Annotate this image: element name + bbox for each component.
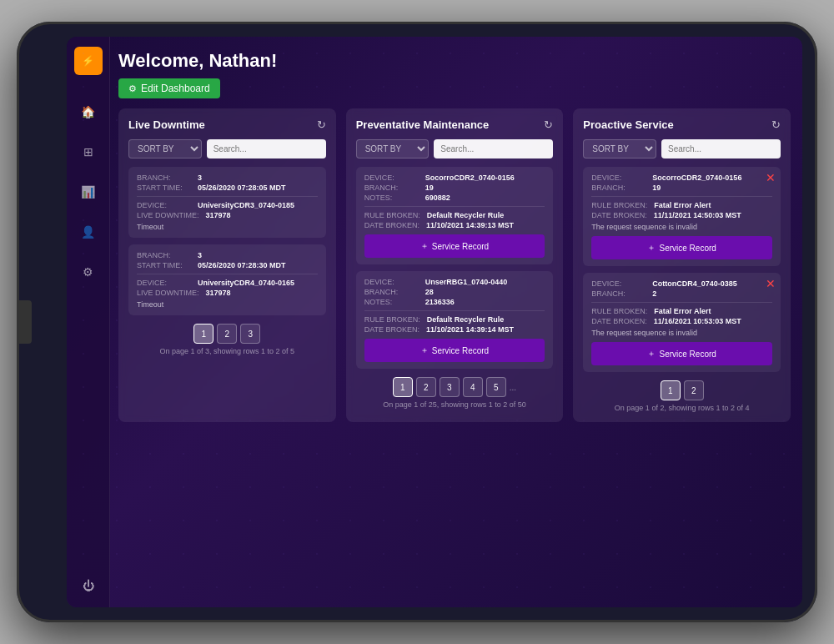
sidebar-item-settings[interactable]: ⚙ <box>77 260 100 284</box>
pm-notes-label-2: NOTES: <box>364 298 419 306</box>
ps-close-icon-2[interactable]: ✕ <box>766 278 776 289</box>
ps-title: Proactive Service <box>583 118 673 131</box>
power-button[interactable] <box>17 300 32 344</box>
pm-device-value-2: UnserRBG1_0740-0440 <box>425 278 508 286</box>
ps-rule-label-2: RULE BROKEN: <box>591 307 647 315</box>
tablet-frame: ⚡ 🏠 ⊞ 📊 👤 ⚙ ⏻ Welcome, Nathan! Edit Dash… <box>17 22 817 622</box>
pm-device-label-1: DEVICE: <box>364 174 419 182</box>
ps-note-2: The request sequence is invalid <box>591 329 772 337</box>
sidebar: ⚡ 🏠 ⊞ 📊 👤 ⚙ ⏻ <box>67 37 110 607</box>
live-downtime-header: Live Downtime ↻ <box>128 118 326 131</box>
plus-icon-1: ＋ <box>420 240 429 252</box>
tablet-screen: ⚡ 🏠 ⊞ 📊 👤 ⚙ ⏻ Welcome, Nathan! Edit Dash… <box>67 37 802 607</box>
live-downtime-label-2: LIVE DOWNTIME: <box>137 289 199 297</box>
pm-branch-value-1: 19 <box>425 184 434 192</box>
pm-date-value-2: 11/10/2021 14:39:14 MST <box>426 325 514 334</box>
device-label-1: DEVICE: <box>137 201 191 209</box>
welcome-section: Welcome, Nathan! Edit Dashboard <box>118 50 791 98</box>
live-downtime-search-input[interactable] <box>207 139 326 158</box>
ps-search-input[interactable] <box>661 139 781 158</box>
pm-date-label-1: DATE BROKEN: <box>364 221 420 229</box>
pm-search-input[interactable] <box>434 139 553 158</box>
pm-title: Preventative Maintenance <box>356 118 490 131</box>
pm-page-btn-2[interactable]: 2 <box>416 377 436 397</box>
ps-device-value-1: SocorroCDR2_0740-0156 <box>652 174 741 182</box>
branch-label-2: BRANCH: <box>137 251 191 259</box>
ps-plus-icon-2: ＋ <box>647 348 656 360</box>
ps-rule-value-2: Fatal Error Alert <box>654 307 711 315</box>
pm-page-info: On page 1 of 25, showing rows 1 to 2 of … <box>356 400 554 409</box>
ps-date-label-1: DATE BROKEN: <box>591 211 646 219</box>
sidebar-item-user[interactable]: 👤 <box>77 220 100 244</box>
ps-page-info: On page 1 of 2, showing rows 1 to 2 of 4 <box>583 404 781 412</box>
ps-pagination: 1 2 <box>583 380 781 400</box>
ps-branch-label-2: BRANCH: <box>591 289 646 298</box>
pm-branch-label-1: BRANCH: <box>364 184 419 192</box>
pm-service-btn-2[interactable]: ＋ Service Record <box>364 339 545 362</box>
branch-label-1: BRANCH: <box>137 174 191 182</box>
start-time-label-2: START TIME: <box>137 261 191 269</box>
live-downtime-label-1: LIVE DOWNTIME: <box>137 211 199 219</box>
pm-rule-label-2: RULE BROKEN: <box>364 315 420 324</box>
ps-page-btn-1[interactable]: 1 <box>661 380 681 400</box>
pm-service-btn-1[interactable]: ＋ Service Record <box>364 234 545 258</box>
plus-icon-2: ＋ <box>420 345 429 356</box>
pm-record-2: DEVICE: UnserRBG1_0740-0440 BRANCH: 28 N… <box>356 271 554 369</box>
pm-branch-value-2: 28 <box>425 288 434 296</box>
ps-rule-label-1: RULE BROKEN: <box>591 201 647 209</box>
pm-date-value-1: 11/10/2021 14:39:13 MST <box>426 221 514 229</box>
pm-refresh-icon[interactable]: ↻ <box>544 118 553 131</box>
sidebar-item-grid[interactable]: ⊞ <box>77 140 100 164</box>
ps-filter-row: SORT BY <box>583 139 781 158</box>
start-time-value-2: 05/26/2020 07:28:30 MDT <box>198 261 286 269</box>
pm-date-label-2: DATE BROKEN: <box>364 325 420 334</box>
pm-notes-label-1: NOTES: <box>364 194 419 202</box>
ps-refresh-icon[interactable]: ↻ <box>771 118 781 131</box>
pm-page-btn-4[interactable]: 4 <box>463 377 483 397</box>
pm-page-btn-3[interactable]: 3 <box>440 377 460 397</box>
ps-device-value-2: CottonCDR4_0740-0385 <box>652 279 737 288</box>
sidebar-item-power[interactable]: ⏻ <box>77 574 100 597</box>
ps-rule-value-1: Fatal Error Alert <box>654 201 711 209</box>
device-value-2: UniversityCDR4_0740-0165 <box>198 279 294 287</box>
ps-page-btn-2[interactable]: 2 <box>684 380 704 400</box>
pm-page-btn-5[interactable]: 5 <box>486 377 506 397</box>
page-btn-2[interactable]: 2 <box>217 324 237 344</box>
app-logo: ⚡ <box>74 47 103 75</box>
branch-value-2: 3 <box>198 251 202 259</box>
edit-dashboard-button[interactable]: Edit Dashboard <box>118 78 220 98</box>
timeout-text-2: Timeout <box>137 300 318 309</box>
pm-page-btn-1[interactable]: 1 <box>393 377 413 397</box>
live-downtime-sort-select[interactable]: SORT BY <box>128 139 202 158</box>
sidebar-item-analytics[interactable]: 📊 <box>77 180 100 204</box>
page-btn-3[interactable]: 3 <box>240 324 260 344</box>
ps-record-1: ✕ DEVICE: SocorroCDR2_0740-0156 BRANCH: … <box>583 167 781 266</box>
main-content: Welcome, Nathan! Edit Dashboard Live Dow… <box>110 37 802 607</box>
live-downtime-filter-row: SORT BY <box>128 139 326 158</box>
pm-sort-select[interactable]: SORT BY <box>356 139 430 158</box>
sidebar-item-dashboard[interactable]: 🏠 <box>77 100 100 123</box>
live-downtime-record-1: BRANCH: 3 START TIME: 05/26/2020 07:28:0… <box>128 167 326 238</box>
ps-service-btn-2[interactable]: ＋ Service Record <box>591 342 772 365</box>
ps-close-icon-1[interactable]: ✕ <box>766 172 776 184</box>
ps-sort-select[interactable]: SORT BY <box>583 139 656 158</box>
ps-branch-value-1: 19 <box>652 184 661 192</box>
ps-date-value-2: 11/16/2021 10:53:03 MST <box>654 317 741 325</box>
timeout-text-1: Timeout <box>137 223 318 231</box>
ps-header: Proactive Service ↻ <box>583 118 781 131</box>
page-btn-1[interactable]: 1 <box>193 324 214 344</box>
live-downtime-refresh-icon[interactable]: ↻ <box>317 118 326 131</box>
device-label-2: DEVICE: <box>137 279 191 287</box>
live-downtime-value-2: 317978 <box>206 289 231 297</box>
ps-device-label-2: DEVICE: <box>591 279 646 288</box>
ps-device-label-1: DEVICE: <box>591 174 646 182</box>
pm-device-label-2: DEVICE: <box>364 278 419 286</box>
ps-service-btn-1[interactable]: ＋ Service Record <box>591 236 772 259</box>
start-time-label-1: START TIME: <box>137 184 191 192</box>
ps-date-label-2: DATE BROKEN: <box>591 317 646 325</box>
dashboard-grid: Live Downtime ↻ SORT BY BRANCH: 3 <box>118 108 791 422</box>
pm-page-dots: ... <box>510 383 516 392</box>
ps-date-value-1: 11/11/2021 14:50:03 MST <box>654 211 741 219</box>
live-downtime-title: Live Downtime <box>128 118 205 131</box>
branch-value-1: 3 <box>198 174 202 182</box>
